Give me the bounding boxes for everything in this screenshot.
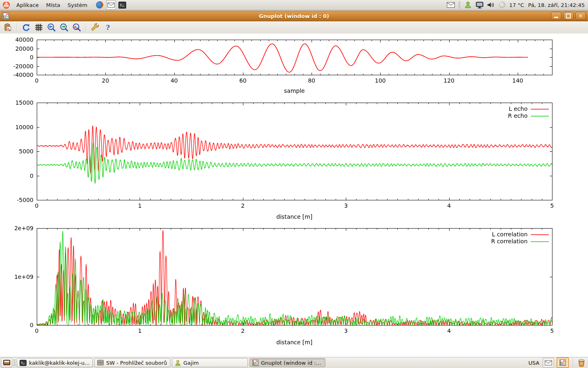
help-button[interactable]: ? [102, 22, 113, 33]
keyboard-layout-indicator[interactable]: USA [528, 360, 540, 366]
maximize-icon [566, 13, 571, 18]
autoscale-button[interactable] [71, 22, 82, 33]
configure-plot-button[interactable] [90, 22, 100, 33]
weather-icon[interactable] [498, 0, 507, 9]
zoom-next-icon [60, 23, 69, 32]
window-titlebar[interactable]: Gnuplot (window id : 0) ✕ [0, 11, 588, 21]
panel-clock[interactable]: Pá, 18. září, 21:42:45 [526, 2, 585, 8]
taskbar-separator [573, 359, 573, 367]
ubuntu-logo-icon[interactable] [0, 1, 13, 9]
menu-places-label: Místa [46, 2, 60, 8]
volume-icon[interactable] [486, 0, 495, 9]
help-icon: ? [106, 23, 110, 31]
gajim-icon [175, 360, 181, 366]
trash-button[interactable] [577, 359, 586, 367]
grid-icon [34, 23, 43, 32]
task-label: Gajim [183, 360, 199, 366]
gnuplot-window: Gnuplot (window id : 0) ✕ [0, 10, 588, 357]
show-desktop-icon [3, 360, 10, 366]
tray-separator [459, 2, 460, 8]
copy-to-clipboard-button[interactable] [2, 22, 13, 33]
temperature-indicator[interactable]: 17 °C [509, 2, 524, 8]
next-zoom-button[interactable] [59, 22, 69, 33]
replot-button[interactable] [21, 22, 31, 33]
menu-applications[interactable]: Aplikace [13, 0, 42, 10]
envelope-icon [545, 360, 552, 366]
gnome-top-panel: Aplikace Místa Systém [0, 0, 588, 10]
task-button-file-manager[interactable]: SW - Prohlížeč souborů [94, 358, 170, 367]
menu-system[interactable]: Systém [64, 0, 91, 10]
user-switcher-icon[interactable] [463, 0, 472, 9]
task-label: SW - Prohlížeč souborů [106, 360, 167, 366]
task-label: kaklik@kaklik-kolej-u... [29, 360, 89, 366]
mail-launcher-icon[interactable] [106, 0, 116, 10]
toggle-grid-button[interactable] [33, 22, 44, 33]
gnuplot-tray-button[interactable] [557, 357, 569, 368]
refresh-icon [22, 23, 31, 32]
gnuplot-icon [559, 359, 566, 366]
menu-system-label: Systém [67, 2, 87, 8]
bottom-taskbar: kaklik@kaklik-kolej-u... SW - Prohlížeč … [0, 357, 588, 368]
taskbar-right: USA [528, 357, 588, 368]
menu-places[interactable]: Místa [42, 0, 64, 10]
display-settings-icon[interactable] [475, 0, 484, 9]
wrench-icon [91, 23, 100, 32]
terminal-icon [20, 360, 27, 366]
terminal-launcher-icon[interactable] [118, 0, 127, 9]
toolbar-separator [86, 23, 86, 32]
close-button[interactable]: ✕ [575, 12, 586, 20]
task-label: Gnuplot (window id : 0) [261, 360, 323, 366]
tasklist-handle[interactable] [13, 359, 16, 366]
close-icon: ✕ [579, 13, 583, 18]
minimize-button[interactable] [551, 12, 561, 20]
trash-icon [577, 359, 586, 367]
window-title: Gnuplot (window id : 0) [0, 13, 588, 19]
task-button-gnuplot[interactable]: Gnuplot (window id : 0) [249, 358, 325, 367]
mail-notification-icon[interactable] [446, 0, 455, 9]
copy-icon [3, 23, 12, 32]
gnuplot-plot-area[interactable] [0, 34, 588, 357]
zoom-autoscale-icon [72, 23, 81, 32]
toolbar-separator [17, 23, 17, 32]
panel-menus: Aplikace Místa Systém [0, 0, 127, 10]
file-manager-icon [97, 360, 104, 366]
show-desktop-button[interactable] [1, 358, 12, 368]
zoom-previous-icon [47, 23, 56, 32]
panel-tray: 17 °C Pá, 18. září, 21:42:45 [446, 0, 588, 10]
task-button-gajim[interactable]: Gajim [172, 358, 248, 367]
gnuplot-toolbar: ? [0, 21, 588, 34]
menu-applications-label: Aplikace [16, 2, 39, 8]
panel-launchers [95, 0, 127, 10]
task-button-terminal[interactable]: kaklik@kaklik-kolej-u... [17, 358, 93, 367]
mail-tray-button[interactable] [543, 358, 554, 368]
minimize-icon [554, 17, 558, 18]
firefox-launcher-icon[interactable] [95, 0, 104, 9]
previous-zoom-button[interactable] [46, 22, 57, 33]
maximize-button[interactable] [563, 12, 574, 20]
window-controls: ✕ [551, 12, 588, 20]
gnuplot-icon [252, 360, 258, 366]
